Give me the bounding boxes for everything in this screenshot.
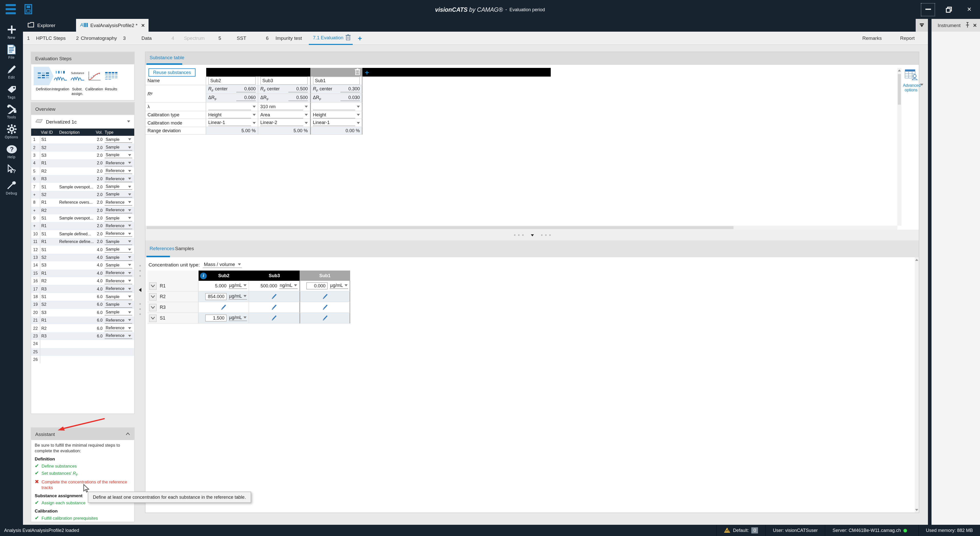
description-cell[interactable] <box>58 144 94 152</box>
sidebar-item-file[interactable]: File <box>0 44 23 59</box>
lambda-dropdown[interactable]: 310 nm <box>258 103 310 111</box>
rf-center-value[interactable]: 0.300 <box>340 86 360 92</box>
assistant-item[interactable]: ✔Set substances' RF <box>35 471 130 477</box>
description-cell[interactable] <box>58 332 94 340</box>
vial-id-cell[interactable]: S1 <box>40 293 58 301</box>
substance-column-header-sub1[interactable] <box>310 68 363 76</box>
substance-column-header-sub3[interactable] <box>258 68 310 76</box>
sidebar-item-whats-this[interactable]: ? <box>0 163 23 175</box>
vial-id-cell[interactable] <box>40 340 58 348</box>
volume-cell[interactable]: 2.0 <box>94 183 103 191</box>
volume-cell[interactable]: 6.0 <box>94 309 103 317</box>
pin-icon[interactable] <box>965 22 970 29</box>
rf-center-cell[interactable]: RF center0.600 <box>206 85 258 94</box>
volume-cell[interactable]: 4.0 <box>94 254 103 262</box>
volume-cell[interactable]: 4.0 <box>94 262 103 270</box>
substance-vertical-scrollbar[interactable] <box>897 68 901 226</box>
concentration-cell[interactable]: 1.500µg/mL <box>199 313 249 324</box>
chevron-up-icon[interactable] <box>126 431 130 436</box>
substance-name-cell[interactable]: Sub2 <box>206 76 258 85</box>
delta-rf-value[interactable]: 0.030 <box>340 95 360 101</box>
section-splitter[interactable] <box>145 230 919 240</box>
add-substance-button[interactable]: + <box>363 68 372 76</box>
concentration-cell[interactable]: 500.000ng/mL <box>249 281 300 291</box>
concentration-value[interactable]: 0.000 <box>306 282 328 289</box>
type-dropdown[interactable]: Sample <box>105 239 132 245</box>
lambda-dropdown[interactable] <box>310 103 363 111</box>
vial-id-cell[interactable]: R1 <box>40 199 58 207</box>
volume-cell[interactable]: 2.0 <box>94 199 103 207</box>
edit-concentration-cell[interactable] <box>249 313 300 324</box>
reference-column-header-sub3[interactable]: Sub3 <box>249 270 300 281</box>
volume-cell[interactable]: 2.0 <box>94 144 103 152</box>
description-cell[interactable] <box>58 301 94 309</box>
delta-rf-value[interactable]: 0.500 <box>288 95 308 101</box>
tab-references[interactable]: References <box>150 245 174 251</box>
delta-rf-value[interactable]: 0.060 <box>236 95 256 101</box>
edit-concentration-cell[interactable] <box>300 313 350 324</box>
volume-cell[interactable]: 2.0 <box>94 215 103 222</box>
vial-id-cell[interactable]: S2 <box>40 254 58 262</box>
close-tab-icon[interactable]: ✕ <box>141 23 145 28</box>
tab-substance-table[interactable]: Substance table <box>150 55 184 60</box>
vial-id-cell[interactable]: S1 <box>40 230 58 238</box>
rf-center-value[interactable]: 0.600 <box>236 86 256 92</box>
description-cell[interactable] <box>58 309 94 317</box>
close-icon[interactable]: ✕ <box>963 3 976 16</box>
type-dropdown[interactable]: Sample <box>105 184 132 190</box>
description-cell[interactable] <box>58 222 94 230</box>
vial-id-cell[interactable]: R2 <box>40 277 58 285</box>
type-dropdown[interactable]: Sample <box>105 215 132 221</box>
vial-id-cell[interactable]: S2 <box>40 301 58 309</box>
eval-step-results[interactable]: Results <box>101 67 121 96</box>
step-tab-impurity-test[interactable]: 6Impurity test <box>262 32 309 45</box>
description-cell[interactable] <box>58 293 94 301</box>
edit-concentration-cell[interactable] <box>199 302 249 313</box>
status-default[interactable]: Default: 0 <box>716 525 765 536</box>
edit-concentration-cell[interactable] <box>300 291 350 302</box>
volume-cell[interactable]: 2.0 <box>94 152 103 159</box>
volume-cell[interactable]: 2.0 <box>94 222 103 230</box>
description-cell[interactable]: Sample defined... <box>58 230 94 238</box>
type-dropdown[interactable]: Reference <box>105 200 132 206</box>
advanced-options-button[interactable]: Advanced options <box>903 69 919 92</box>
vial-id-cell[interactable]: R2 <box>40 167 58 175</box>
tab-samples[interactable]: Samples <box>175 245 194 251</box>
sidebar-item-options[interactable]: Options <box>0 124 23 139</box>
description-cell[interactable] <box>58 167 94 175</box>
type-dropdown[interactable]: Sample <box>105 310 132 316</box>
type-dropdown[interactable]: Sample <box>105 262 132 269</box>
panel-splitter[interactable] <box>137 264 142 315</box>
sidebar-item-help[interactable]: ?Help <box>0 143 23 159</box>
vial-id-cell[interactable]: S3 <box>40 262 58 270</box>
range-deviation-cell[interactable]: 5.00 % <box>206 127 258 135</box>
vial-id-cell[interactable]: S3 <box>40 152 58 159</box>
remarks-button[interactable]: Remarks <box>862 35 882 41</box>
delta-rf-cell[interactable]: ΔRF0.030 <box>310 94 363 103</box>
step-tab-spectrum[interactable]: 4Spectrum <box>167 32 215 45</box>
volume-cell[interactable]: 6.0 <box>94 332 103 340</box>
rf-center-value[interactable]: 0.500 <box>288 86 308 92</box>
volume-cell[interactable]: 2.0 <box>94 191 103 199</box>
vial-id-cell[interactable]: S1 <box>40 183 58 191</box>
sidebar-item-tags[interactable]: Tags <box>0 84 23 99</box>
type-dropdown[interactable]: Reference <box>105 207 132 213</box>
lambda-dropdown[interactable] <box>206 103 258 111</box>
expand-row-button[interactable] <box>149 304 157 311</box>
vial-id-cell[interactable]: S1 <box>40 246 58 254</box>
type-dropdown[interactable]: Sample <box>105 302 132 308</box>
type-dropdown[interactable]: Sample <box>105 145 132 151</box>
tab-explorer[interactable]: Explorer <box>23 19 76 32</box>
minimize-button[interactable] <box>921 3 935 16</box>
volume-cell[interactable]: 2.0 <box>94 207 103 215</box>
step-tab-sst[interactable]: 5SST <box>215 32 262 45</box>
calibration-mode-dropdown[interactable]: Linear-1 <box>310 119 363 127</box>
volume-cell[interactable]: 2.0 <box>94 238 103 246</box>
vial-id-cell[interactable]: S1 <box>40 136 58 144</box>
description-cell[interactable] <box>58 317 94 324</box>
references-vertical-scrollbar[interactable] <box>915 257 919 512</box>
vial-id-cell[interactable] <box>40 356 58 364</box>
type-dropdown[interactable]: Sample <box>105 294 132 300</box>
vial-id-cell[interactable]: R2 <box>40 207 58 215</box>
description-cell[interactable] <box>58 136 94 144</box>
